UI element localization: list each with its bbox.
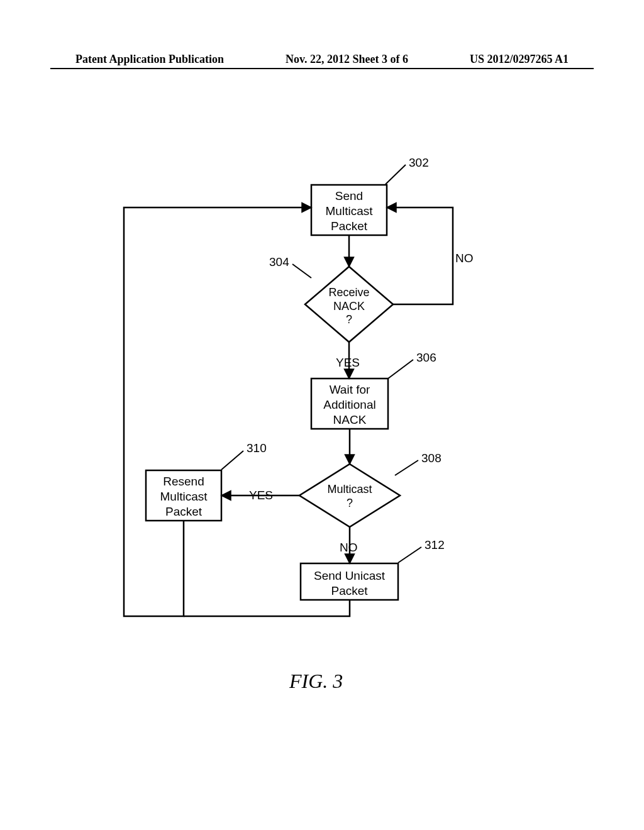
edge-label-no-1: NO	[455, 252, 474, 265]
figure-caption: FIG. 3	[289, 670, 343, 693]
svg-line-13	[388, 360, 413, 379]
node-send-multicast: Send Multicast Packet	[311, 189, 387, 233]
ref-308: 308	[421, 451, 441, 465]
node-wait-additional-nack: Wait for Additional NACK	[311, 382, 388, 427]
edge-label-yes-2: YES	[249, 489, 273, 502]
svg-line-12	[292, 264, 311, 278]
svg-line-15	[221, 451, 243, 470]
ref-310: 310	[247, 441, 267, 455]
ref-304: 304	[269, 255, 289, 269]
svg-line-11	[386, 165, 406, 184]
node-send-unicast: Send Unicast Packet	[301, 568, 398, 599]
svg-line-16	[398, 547, 421, 563]
edge-label-yes-1: YES	[336, 356, 360, 370]
node-resend-multicast: Resend Multicast Packet	[146, 474, 221, 519]
node-receive-nack: Receive NACK ?	[318, 286, 380, 327]
ref-306: 306	[416, 351, 436, 365]
ref-312: 312	[425, 538, 445, 552]
node-multicast-q: Multicast ?	[318, 483, 381, 510]
edge-label-no-2: NO	[340, 541, 358, 555]
ref-302: 302	[409, 156, 429, 170]
svg-line-14	[395, 460, 418, 475]
